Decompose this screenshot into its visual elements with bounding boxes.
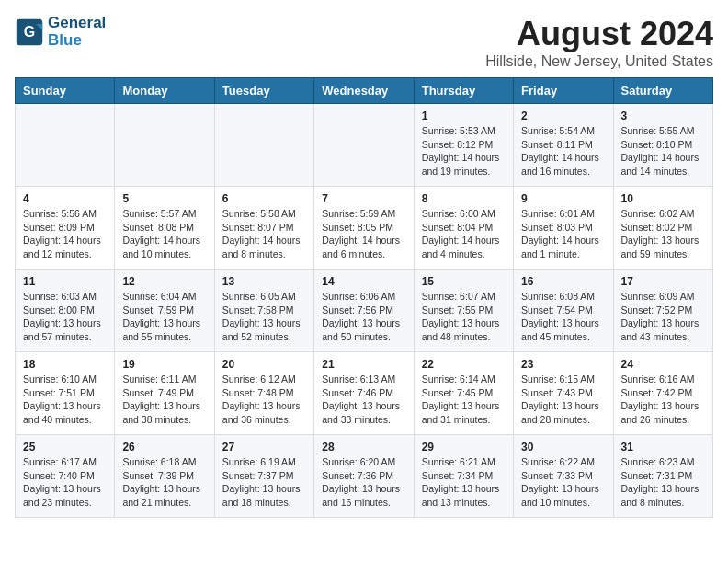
day-info: Sunrise: 5:56 AM Sunset: 8:09 PM Dayligh… [23,207,107,261]
day-info: Sunrise: 5:58 AM Sunset: 8:07 PM Dayligh… [222,207,306,261]
day-number: 12 [122,275,206,288]
day-info: Sunrise: 6:16 AM Sunset: 7:42 PM Dayligh… [621,373,705,427]
day-info: Sunrise: 6:21 AM Sunset: 7:34 PM Dayligh… [422,455,506,510]
day-info: Sunrise: 6:10 AM Sunset: 7:51 PM Dayligh… [23,373,107,427]
day-number: 14 [322,275,405,288]
calendar-week-1: 1Sunrise: 5:53 AM Sunset: 8:12 PM Daylig… [16,104,713,187]
calendar-cell: 28Sunrise: 6:20 AM Sunset: 7:36 PM Dayli… [314,435,414,518]
calendar-week-4: 18Sunrise: 6:10 AM Sunset: 7:51 PM Dayli… [16,352,713,435]
day-info: Sunrise: 6:08 AM Sunset: 7:54 PM Dayligh… [521,290,605,344]
day-number: 2 [521,109,605,122]
calendar-cell: 30Sunrise: 6:22 AM Sunset: 7:33 PM Dayli… [514,435,613,518]
day-number: 18 [23,358,107,371]
day-info: Sunrise: 6:12 AM Sunset: 7:48 PM Dayligh… [222,373,306,427]
calendar-cell: 20Sunrise: 6:12 AM Sunset: 7:48 PM Dayli… [214,352,313,435]
weekday-header-monday: Monday [115,78,214,104]
page-header: G General Blue August 2024 Hillside, New… [15,15,713,70]
calendar-week-2: 4Sunrise: 5:56 AM Sunset: 8:09 PM Daylig… [16,187,713,270]
day-info: Sunrise: 6:05 AM Sunset: 7:58 PM Dayligh… [222,290,306,344]
day-info: Sunrise: 6:04 AM Sunset: 7:59 PM Dayligh… [122,290,206,344]
day-info: Sunrise: 6:20 AM Sunset: 7:36 PM Dayligh… [322,455,405,510]
calendar-cell: 29Sunrise: 6:21 AM Sunset: 7:34 PM Dayli… [414,435,513,518]
day-info: Sunrise: 6:09 AM Sunset: 7:52 PM Dayligh… [621,290,705,344]
calendar-cell: 13Sunrise: 6:05 AM Sunset: 7:58 PM Dayli… [214,270,313,352]
calendar-cell: 8Sunrise: 6:00 AM Sunset: 8:04 PM Daylig… [414,187,513,270]
day-number: 21 [322,358,405,371]
day-number: 13 [222,275,306,288]
day-number: 31 [621,441,705,454]
day-number: 30 [521,441,605,454]
day-info: Sunrise: 6:22 AM Sunset: 7:33 PM Dayligh… [521,455,605,510]
day-info: Sunrise: 6:14 AM Sunset: 7:45 PM Dayligh… [422,373,506,427]
day-info: Sunrise: 6:18 AM Sunset: 7:39 PM Dayligh… [122,455,206,510]
day-info: Sunrise: 6:00 AM Sunset: 8:04 PM Dayligh… [422,207,506,261]
calendar-cell: 21Sunrise: 6:13 AM Sunset: 7:46 PM Dayli… [314,352,414,435]
calendar-cell: 25Sunrise: 6:17 AM Sunset: 7:40 PM Dayli… [16,435,115,518]
day-number: 15 [422,275,506,288]
calendar-cell: 4Sunrise: 5:56 AM Sunset: 8:09 PM Daylig… [16,187,115,270]
day-info: Sunrise: 6:06 AM Sunset: 7:56 PM Dayligh… [322,290,405,344]
calendar-cell: 15Sunrise: 6:07 AM Sunset: 7:55 PM Dayli… [414,270,513,352]
calendar-cell: 6Sunrise: 5:58 AM Sunset: 8:07 PM Daylig… [214,187,313,270]
weekday-header-sunday: Sunday [16,78,115,104]
day-number: 29 [422,441,506,454]
day-number: 19 [122,358,206,371]
weekday-header-thursday: Thursday [414,78,513,104]
day-info: Sunrise: 6:03 AM Sunset: 8:00 PM Dayligh… [23,290,107,344]
day-number: 27 [222,441,306,454]
day-info: Sunrise: 5:59 AM Sunset: 8:05 PM Dayligh… [322,207,405,261]
day-number: 8 [422,192,506,205]
logo: G General Blue [15,15,106,49]
calendar-cell: 27Sunrise: 6:19 AM Sunset: 7:37 PM Dayli… [214,435,313,518]
day-info: Sunrise: 6:01 AM Sunset: 8:03 PM Dayligh… [521,207,605,261]
calendar-subtitle: Hillside, New Jersey, United States [485,53,713,70]
calendar-cell: 26Sunrise: 6:18 AM Sunset: 7:39 PM Dayli… [115,435,214,518]
day-number: 1 [422,109,506,122]
calendar-cell: 5Sunrise: 5:57 AM Sunset: 8:08 PM Daylig… [115,187,214,270]
calendar-cell: 31Sunrise: 6:23 AM Sunset: 7:31 PM Dayli… [613,435,712,518]
day-info: Sunrise: 6:07 AM Sunset: 7:55 PM Dayligh… [422,290,506,344]
day-info: Sunrise: 6:13 AM Sunset: 7:46 PM Dayligh… [322,373,405,427]
day-number: 7 [322,192,405,205]
calendar-week-5: 25Sunrise: 6:17 AM Sunset: 7:40 PM Dayli… [16,435,713,518]
day-number: 9 [521,192,605,205]
day-number: 26 [122,441,206,454]
calendar-cell: 19Sunrise: 6:11 AM Sunset: 7:49 PM Dayli… [115,352,214,435]
day-number: 20 [222,358,306,371]
logo-icon: G [15,17,44,47]
day-number: 16 [521,275,605,288]
calendar-cell: 12Sunrise: 6:04 AM Sunset: 7:59 PM Dayli… [115,270,214,352]
day-number: 23 [521,358,605,371]
calendar-cell: 3Sunrise: 5:55 AM Sunset: 8:10 PM Daylig… [613,104,712,187]
calendar-cell: 23Sunrise: 6:15 AM Sunset: 7:43 PM Dayli… [514,352,613,435]
day-info: Sunrise: 5:55 AM Sunset: 8:10 PM Dayligh… [621,124,705,178]
day-number: 5 [122,192,206,205]
calendar-cell: 17Sunrise: 6:09 AM Sunset: 7:52 PM Dayli… [613,270,712,352]
day-info: Sunrise: 6:02 AM Sunset: 8:02 PM Dayligh… [621,207,705,261]
day-info: Sunrise: 6:23 AM Sunset: 7:31 PM Dayligh… [621,455,705,510]
calendar-cell: 18Sunrise: 6:10 AM Sunset: 7:51 PM Dayli… [16,352,115,435]
day-info: Sunrise: 6:15 AM Sunset: 7:43 PM Dayligh… [521,373,605,427]
calendar-cell: 24Sunrise: 6:16 AM Sunset: 7:42 PM Dayli… [613,352,712,435]
title-block: August 2024 Hillside, New Jersey, United… [485,15,713,70]
day-info: Sunrise: 6:17 AM Sunset: 7:40 PM Dayligh… [23,455,107,510]
day-info: Sunrise: 6:11 AM Sunset: 7:49 PM Dayligh… [122,373,206,427]
calendar-cell [16,104,115,187]
calendar-cell [214,104,313,187]
calendar-table: SundayMondayTuesdayWednesdayThursdayFrid… [15,77,713,518]
day-number: 11 [23,275,107,288]
day-info: Sunrise: 6:19 AM Sunset: 7:37 PM Dayligh… [222,455,306,510]
day-number: 6 [222,192,306,205]
calendar-cell: 1Sunrise: 5:53 AM Sunset: 8:12 PM Daylig… [414,104,513,187]
calendar-cell: 9Sunrise: 6:01 AM Sunset: 8:03 PM Daylig… [514,187,613,270]
calendar-cell: 10Sunrise: 6:02 AM Sunset: 8:02 PM Dayli… [613,187,712,270]
day-number: 10 [621,192,705,205]
day-info: Sunrise: 5:53 AM Sunset: 8:12 PM Dayligh… [422,124,506,178]
day-number: 25 [23,441,107,454]
weekday-header-saturday: Saturday [613,78,712,104]
calendar-cell: 2Sunrise: 5:54 AM Sunset: 8:11 PM Daylig… [514,104,613,187]
day-number: 22 [422,358,506,371]
weekday-header-tuesday: Tuesday [214,78,313,104]
calendar-cell [115,104,214,187]
calendar-title: August 2024 [485,15,713,53]
